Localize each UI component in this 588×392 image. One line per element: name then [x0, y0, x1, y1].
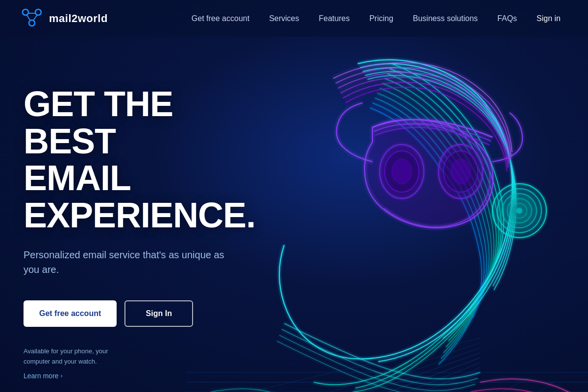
hero-title-line3: EXPERIENCE. [24, 196, 255, 235]
hero-buttons: Get free account Sign In [24, 300, 588, 327]
nav-faqs[interactable]: FAQs [490, 10, 525, 27]
nav-business-solutions[interactable]: Business solutions [405, 10, 486, 27]
hero-title: GET THE BEST EMAIL EXPERIENCE. [24, 86, 269, 234]
get-free-account-button[interactable]: Get free account [24, 300, 117, 327]
nav-features[interactable]: Features [311, 10, 358, 27]
sign-in-button[interactable]: Sign In [124, 300, 193, 327]
navbar: mail2world Get free account Services Fea… [0, 0, 588, 37]
hero-section: GET THE BEST EMAIL EXPERIENCE. Personali… [0, 37, 588, 380]
svg-line-22 [480, 382, 554, 392]
availability-text: Available for your phone, your computer … [24, 346, 122, 367]
nav-services[interactable]: Services [261, 10, 307, 27]
brand-name: mail2world [49, 12, 108, 25]
hero-subtitle: Personalized email service that's as uni… [24, 247, 229, 277]
hero-title-line2: EMAIL [24, 158, 131, 197]
learn-more-link[interactable]: Learn more › [24, 372, 588, 380]
svg-line-31 [33, 15, 37, 21]
svg-point-28 [29, 20, 35, 26]
learn-more-label: Learn more [24, 372, 59, 380]
nav-links: Get free account Services Features Prici… [184, 10, 568, 27]
chevron-right-icon: › [61, 372, 63, 379]
svg-point-26 [23, 9, 28, 15]
nav-sign-in[interactable]: Sign in [529, 10, 568, 27]
nav-pricing[interactable]: Pricing [362, 10, 401, 27]
logo-icon [20, 6, 44, 31]
hero-title-line1: GET THE BEST [24, 84, 173, 161]
nav-get-free-account[interactable]: Get free account [184, 10, 257, 27]
svg-point-27 [35, 9, 41, 15]
logo[interactable]: mail2world [20, 6, 108, 31]
svg-line-30 [26, 15, 30, 21]
